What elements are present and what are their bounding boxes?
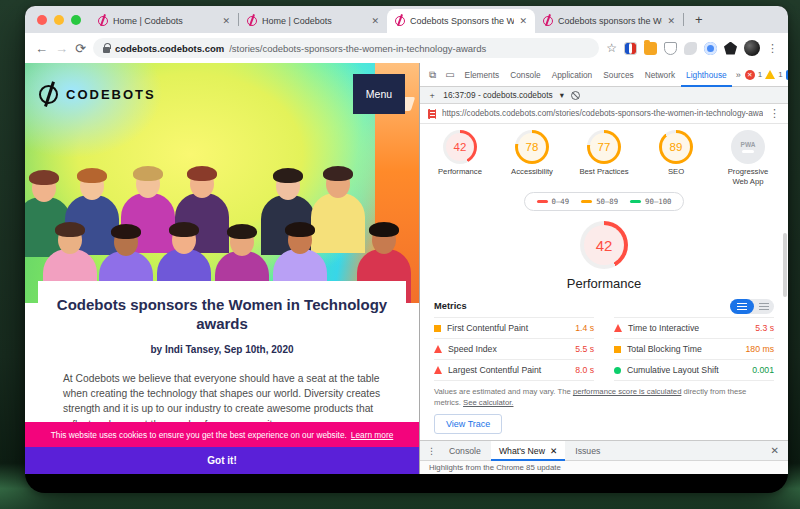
performance-detail: 42 Performance xyxy=(420,221,788,291)
browser-tab[interactable]: Home | Codebots ✕ xyxy=(239,9,387,33)
devtools-tab-elements[interactable]: Elements xyxy=(460,63,505,87)
forward-icon[interactable]: → xyxy=(55,41,68,56)
devtools-scrollbar[interactable] xyxy=(783,233,787,297)
lighthouse-report: 42 Performance 78 Accessibility 77 xyxy=(420,124,788,434)
website-viewport: CODEBOTS Menu Codebots sponsors the Wome… xyxy=(25,63,419,474)
drawer-tab-close-icon[interactable]: ✕ xyxy=(550,446,557,456)
codebots-logo[interactable]: CODEBOTS xyxy=(39,85,156,104)
report-document-icon xyxy=(428,109,436,119)
run-selector[interactable]: 16:37:09 - codebots.codebots xyxy=(443,90,552,100)
score-best-practices[interactable]: 77 Best Practices xyxy=(575,130,633,186)
clear-icon[interactable] xyxy=(571,91,580,100)
drawer-close-icon[interactable]: ✕ xyxy=(766,445,784,456)
browser-tab-active[interactable]: Codebots Sponsors the Wom ✕ xyxy=(387,9,535,33)
close-window-button[interactable] xyxy=(37,15,47,25)
secure-lock-icon[interactable] xyxy=(103,47,110,53)
report-menu-icon[interactable]: ⋮ xyxy=(769,107,780,120)
tab-title: Home | Codebots xyxy=(113,16,217,26)
address-bar[interactable]: codebots.codebots.com/stories/codebots-s… xyxy=(93,38,599,58)
score-performance[interactable]: 42 Performance xyxy=(431,130,489,186)
extension-icon[interactable] xyxy=(684,42,697,55)
profile-avatar[interactable] xyxy=(744,40,760,56)
browser-tab[interactable]: Codebots sponsors the Wom ✕ xyxy=(535,9,683,33)
drawer-tab-issues[interactable]: Issues xyxy=(567,441,608,461)
learn-more-link[interactable]: Learn more xyxy=(351,430,393,440)
view-trace-button[interactable]: View Trace xyxy=(434,414,502,434)
lighthouse-run-bar: ＋ 16:37:09 - codebots.codebots ▾ xyxy=(420,87,788,104)
drawer-tab-whats-new[interactable]: What's New ✕ xyxy=(491,441,565,461)
metric-rating-icon xyxy=(614,346,621,353)
legend-orange-dash xyxy=(581,200,592,203)
pwa-gauge: PWA xyxy=(731,130,765,164)
url-domain: codebots.codebots.com xyxy=(115,43,224,54)
device-toolbar-icon[interactable]: ▭ xyxy=(441,69,458,80)
menu-button[interactable]: Menu xyxy=(353,74,405,114)
browser-toolbar: ← → ⟳ codebots.codebots.com/stories/code… xyxy=(25,33,788,63)
metric-cumulative-layout-shift[interactable]: Cumulative Layout Shift 0.001 xyxy=(614,360,774,381)
pwa-dash xyxy=(742,150,754,153)
score-seo[interactable]: 89 SEO xyxy=(647,130,705,186)
window-controls xyxy=(25,6,90,33)
cookie-accept-button[interactable]: Got it! xyxy=(25,447,419,474)
extension-icon[interactable] xyxy=(724,42,737,55)
metrics-section: Metrics First Contentful Paint 1.4 s xyxy=(434,299,774,381)
score-calc-link[interactable]: performance score is calculated xyxy=(573,387,682,396)
devtools-tab-lighthouse[interactable]: Lighthouse xyxy=(681,63,732,87)
audit-url: https://codebots.codebots.com/stories/co… xyxy=(442,109,763,118)
error-count: 1 xyxy=(758,70,762,79)
score-pwa[interactable]: PWA Progressive Web App xyxy=(719,130,777,186)
metric-largest-contentful-paint[interactable]: Largest Contentful Paint 8.0 s xyxy=(434,360,594,381)
tab-close-icon[interactable]: ✕ xyxy=(519,16,527,26)
site-header: CODEBOTS Menu xyxy=(25,63,419,125)
devtools-tab-application[interactable]: Application xyxy=(547,63,598,87)
chevron-down-icon[interactable]: ▾ xyxy=(560,90,564,100)
devtools-tab-console[interactable]: Console xyxy=(505,63,545,87)
codebots-favicon xyxy=(247,16,257,26)
metric-rating-icon xyxy=(434,366,442,374)
devtools-badges: ✕ 1 1 45 ⚙ ⋮ ✕ xyxy=(745,69,788,80)
extension-icon[interactable] xyxy=(704,42,717,55)
metric-time-to-interactive[interactable]: Time to Interactive 5.3 s xyxy=(614,317,774,339)
performance-detail-gauge[interactable]: 42 xyxy=(580,221,628,269)
warning-badge-icon[interactable] xyxy=(765,70,775,79)
toggle-list-icon[interactable] xyxy=(754,299,774,314)
tab-close-icon[interactable]: ✕ xyxy=(222,16,230,26)
more-tabs-icon[interactable]: » xyxy=(733,70,744,80)
legend-red-dash xyxy=(537,200,548,203)
error-badge-icon[interactable]: ✕ xyxy=(745,70,755,80)
drawer-tab-console[interactable]: Console xyxy=(441,441,489,461)
drawer-menu-icon[interactable]: ⋮ xyxy=(424,446,439,456)
toggle-dense-icon[interactable] xyxy=(730,299,754,314)
minimize-window-button[interactable] xyxy=(54,15,64,25)
metric-total-blocking-time[interactable]: Total Blocking Time 180 ms xyxy=(614,339,774,360)
tab-close-icon[interactable]: ✕ xyxy=(371,16,379,26)
metrics-view-toggle[interactable] xyxy=(730,299,774,314)
score-legend: 0–49 50–89 90–100 xyxy=(420,192,788,211)
new-audit-icon[interactable]: ＋ xyxy=(428,90,436,101)
tab-close-icon[interactable]: ✕ xyxy=(667,16,675,26)
bookmark-star-icon[interactable]: ☆ xyxy=(606,41,617,55)
browser-menu-icon[interactable]: ⋮ xyxy=(767,42,778,55)
extension-icon[interactable] xyxy=(644,42,657,55)
best-practices-gauge: 77 xyxy=(587,130,621,164)
browser-tab[interactable]: Home | Codebots ✕ xyxy=(90,9,238,33)
legend-green-dash xyxy=(630,200,641,203)
performance-gauge: 42 xyxy=(443,130,477,164)
inspect-element-icon[interactable]: ⧉ xyxy=(425,69,440,81)
back-icon[interactable]: ← xyxy=(35,41,48,56)
devtools-toolbar: ⧉ ▭ Elements Console Application Sources… xyxy=(420,63,788,87)
metric-speed-index[interactable]: Speed Index 5.5 s xyxy=(434,339,594,360)
extension-icon[interactable] xyxy=(664,42,677,55)
metric-first-contentful-paint[interactable]: First Contentful Paint 1.4 s xyxy=(434,317,594,339)
see-calculator-link[interactable]: See calculator. xyxy=(463,398,513,407)
reload-icon[interactable]: ⟳ xyxy=(75,41,86,56)
performance-detail-label: Performance xyxy=(420,276,788,291)
issues-badge-icon[interactable] xyxy=(786,70,788,80)
devtools-tab-network[interactable]: Network xyxy=(640,63,680,87)
new-tab-button[interactable]: + xyxy=(684,12,714,27)
devtools-tab-sources[interactable]: Sources xyxy=(598,63,638,87)
score-accessibility[interactable]: 78 Accessibility xyxy=(503,130,561,186)
metric-rating-icon xyxy=(614,324,622,332)
zoom-window-button[interactable] xyxy=(71,15,81,25)
extension-icon[interactable] xyxy=(624,42,637,55)
